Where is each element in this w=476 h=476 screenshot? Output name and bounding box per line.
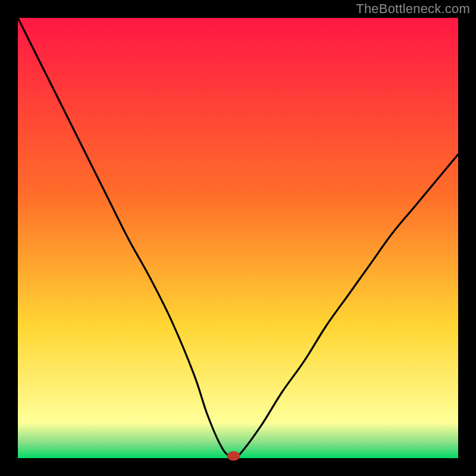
- chart-container: TheBottleneck.com: [0, 0, 476, 476]
- chart-background: [18, 18, 458, 458]
- bottleneck-chart: [0, 0, 476, 476]
- watermark-label: TheBottleneck.com: [356, 1, 470, 17]
- optimal-point-marker: [227, 451, 240, 461]
